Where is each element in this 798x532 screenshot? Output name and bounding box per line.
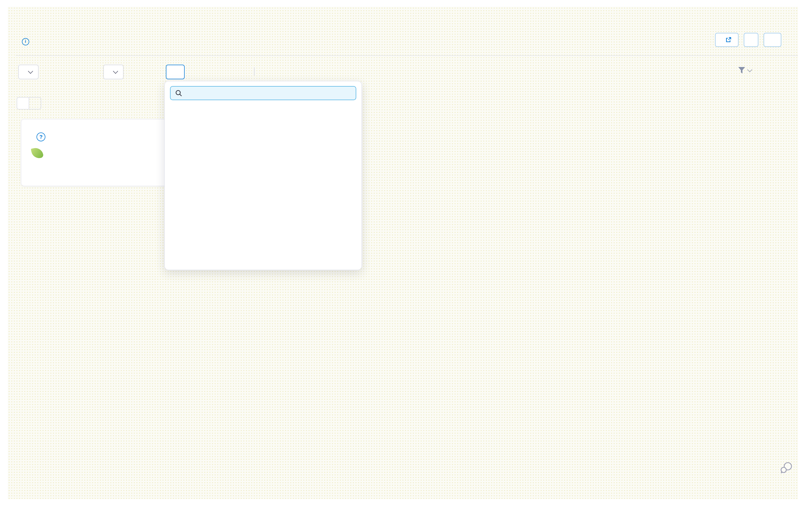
funnel-icon (738, 66, 746, 75)
page-canvas (8, 7, 798, 499)
header-actions (715, 33, 781, 47)
support-chat-icon[interactable] (779, 461, 793, 477)
search-icon (175, 90, 182, 96)
tab-open-recommendations[interactable] (17, 97, 29, 109)
export-csv-button[interactable] (715, 33, 739, 47)
table-header-row (21, 199, 778, 207)
savings-card-title: ? (32, 131, 45, 141)
recommendation-type-filter[interactable] (18, 65, 39, 79)
tab-applied-recommendations[interactable] (29, 97, 41, 109)
help-icon[interactable]: ? (37, 132, 45, 141)
cloud-provider-filter[interactable] (103, 65, 124, 79)
header-divider (16, 55, 798, 56)
filter-search-box[interactable] (170, 86, 356, 100)
manage-ignore-list-button[interactable] (744, 33, 758, 47)
recommendations-page: i (0, 0, 798, 532)
add-filter-dropdown (164, 81, 362, 270)
leaf-icon (31, 147, 44, 159)
chevron-down-icon (113, 69, 118, 74)
filter-search-input[interactable] (186, 90, 356, 97)
bottom-mask (0, 499, 798, 532)
settings-button[interactable] (764, 33, 781, 47)
recommendations-tabs (17, 97, 41, 110)
chevron-down-icon (747, 67, 752, 72)
external-link-icon (725, 37, 731, 43)
chevron-down-icon (28, 69, 33, 74)
info-icon[interactable]: i (22, 38, 29, 45)
add-filter-button[interactable] (166, 65, 185, 79)
save-reset-divider (254, 67, 254, 76)
page-title: i (18, 36, 29, 47)
filter-panel-toggle[interactable] (738, 66, 752, 75)
